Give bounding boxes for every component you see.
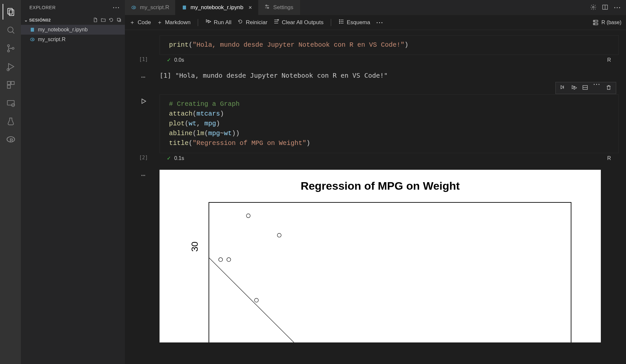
svg-point-41 — [339, 23, 340, 24]
svg-text:R: R — [133, 6, 135, 9]
clear-icon — [273, 19, 279, 26]
cell-status: ✓0.1s R — [160, 153, 619, 163]
add-markdown-button[interactable]: ＋ Markdown — [157, 19, 191, 26]
svg-line-3 — [12, 32, 14, 34]
svg-point-2 — [8, 27, 13, 32]
svg-rect-1 — [9, 10, 14, 15]
svg-text:R: R — [32, 38, 34, 41]
folder-name: SESIÓN02 — [29, 18, 51, 23]
cell-code[interactable]: # Creating a Graph attach(mtcars) plot(w… — [160, 94, 619, 153]
activity-bar: R — [0, 0, 21, 364]
sidebar-header: EXPLORER ⋯ — [21, 0, 125, 15]
outline-icon — [338, 19, 344, 26]
activity-remote[interactable] — [3, 95, 18, 111]
tab-my-script[interactable]: R my_script.R — [125, 0, 176, 15]
file-name: my_notebook_r.ipynb — [38, 27, 88, 33]
svg-marker-48 — [561, 86, 564, 89]
activity-run-debug[interactable] — [3, 59, 18, 74]
file-row-rscript[interactable]: R my_script.R — [21, 35, 125, 44]
svg-point-59 — [254, 298, 258, 302]
restart-button[interactable]: Reiniciar — [237, 19, 267, 26]
outline-button[interactable]: Esquema — [338, 19, 370, 26]
new-file-icon[interactable] — [92, 16, 99, 24]
svg-point-5 — [8, 50, 9, 52]
server-icon — [592, 19, 599, 26]
svg-line-54 — [209, 258, 294, 342]
add-code-label: Code — [138, 19, 151, 26]
run-all-label: Run All — [214, 19, 231, 26]
svg-rect-0 — [8, 8, 12, 14]
activity-search[interactable] — [3, 22, 18, 38]
cell-lang-tag: R — [607, 155, 611, 161]
svg-point-56 — [277, 233, 281, 237]
notebook-body[interactable]: ▷ [1] print("Hola, mundo desde Jupyter N… — [125, 30, 626, 364]
cell-hover-toolbar: ⋯ — [555, 82, 616, 94]
activity-extensions[interactable] — [3, 77, 18, 93]
plot-y-tick: 30 — [190, 242, 200, 252]
svg-marker-47 — [142, 99, 146, 103]
cell-code[interactable]: print("Hola, mundo desde Jupyter Noteboo… — [160, 35, 619, 55]
svg-point-4 — [8, 45, 9, 47]
cell-lang-tag: R — [607, 57, 611, 63]
close-icon[interactable]: × — [248, 4, 252, 11]
tab-label: my_script.R — [140, 4, 169, 11]
cell-output-plot: ⋯ Regression of MPG on Weight 30 — [127, 166, 623, 346]
activity-r-icon[interactable]: R — [3, 132, 18, 148]
run-all-button[interactable]: Run All — [205, 19, 231, 26]
delete-cell-icon[interactable] — [605, 84, 612, 92]
chevron-down-icon: ⌄ — [24, 18, 28, 23]
r-file-icon: R — [29, 37, 35, 42]
notebook-toolbar: ＋ Code ＋ Markdown Run All Reiniciar Clea… — [125, 15, 626, 30]
svg-point-27 — [593, 6, 594, 8]
editor-main: R my_script.R my_notebook_r.ipynb × Sett… — [125, 0, 626, 364]
cell-more-icon[interactable]: ⋯ — [593, 84, 601, 92]
activity-testing[interactable] — [3, 114, 18, 129]
svg-point-37 — [339, 20, 340, 20]
run-cell-icon[interactable] — [140, 98, 147, 106]
run-by-line-icon[interactable] — [560, 84, 566, 92]
tab-settings[interactable]: Settings — [258, 0, 301, 15]
split-editor-icon[interactable] — [602, 4, 608, 11]
activity-explorer[interactable] — [3, 4, 18, 20]
sidebar-title: EXPLORER — [29, 5, 56, 10]
svg-point-55 — [246, 214, 250, 218]
cell-gutter: [2] — [127, 94, 160, 163]
output-more-icon[interactable]: ⋯ — [141, 171, 146, 179]
output-more-icon[interactable]: ⋯ — [141, 73, 146, 81]
clear-outputs-button[interactable]: Clear All Outputs — [273, 19, 324, 26]
new-folder-icon[interactable] — [99, 16, 107, 24]
gear-icon[interactable] — [590, 4, 597, 11]
svg-rect-17 — [31, 28, 34, 32]
exec-time: 0.1s — [174, 155, 184, 161]
restart-icon — [237, 19, 243, 26]
execute-below-icon[interactable] — [571, 84, 577, 92]
plot-title: Regression of MPG on Weight — [173, 180, 588, 192]
svg-point-6 — [12, 47, 14, 49]
kernel-picker[interactable]: R (base) — [592, 19, 621, 26]
svg-text:R: R — [10, 137, 13, 143]
svg-point-58 — [227, 258, 231, 261]
tab-my-notebook[interactable]: my_notebook_r.ipynb × — [176, 0, 258, 15]
collapse-all-icon[interactable] — [115, 16, 123, 24]
svg-point-46 — [594, 24, 595, 24]
notebook-file-icon — [29, 27, 35, 33]
svg-rect-22 — [183, 6, 186, 9]
add-code-button[interactable]: ＋ Code — [129, 19, 151, 26]
success-check-icon: ✓ — [167, 155, 171, 161]
svg-marker-31 — [208, 20, 211, 23]
file-name: my_script.R — [38, 37, 65, 42]
activity-source-control[interactable] — [3, 40, 18, 56]
split-cell-icon[interactable] — [582, 84, 588, 92]
file-row-notebook[interactable]: my_notebook_r.ipynb — [21, 25, 125, 35]
tab-label: my_notebook_r.ipynb — [191, 4, 244, 11]
sidebar-folder-row[interactable]: ⌄ SESIÓN02 — [21, 15, 125, 25]
svg-point-45 — [594, 21, 595, 21]
restart-label: Reiniciar — [246, 19, 267, 26]
plot-area: 30 — [209, 202, 571, 342]
svg-rect-12 — [8, 101, 14, 105]
refresh-icon[interactable] — [107, 16, 115, 24]
plot-output: Regression of MPG on Weight 30 — [160, 170, 601, 342]
tabs-right-actions: ⋯ — [590, 0, 626, 15]
add-markdown-label: Markdown — [165, 19, 191, 26]
output-text: [1] "Hola, mundo desde Jupyter Notebook … — [160, 71, 623, 81]
